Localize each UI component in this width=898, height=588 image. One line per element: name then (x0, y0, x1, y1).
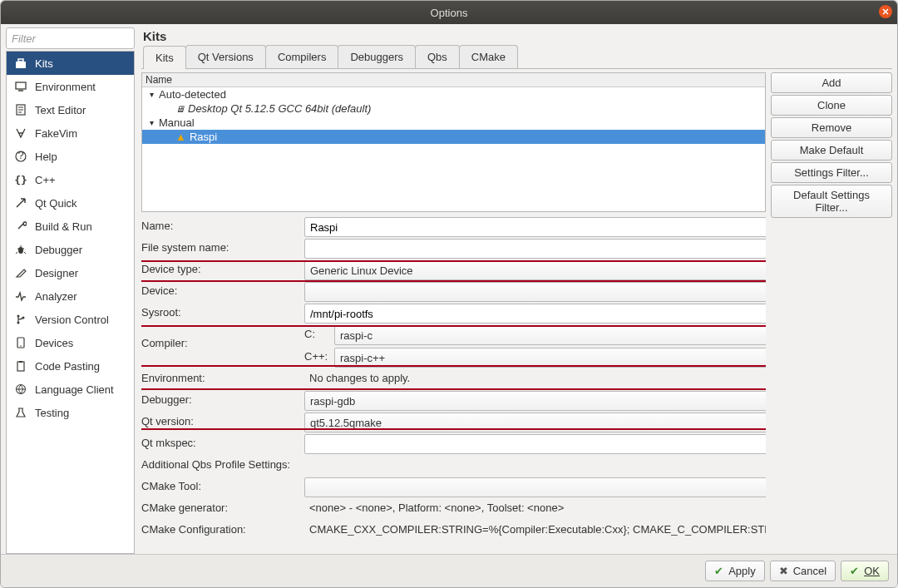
x-icon: ✖ (779, 565, 788, 577)
fakevim-icon (13, 126, 28, 141)
sidebar-item-label: Devices (35, 337, 73, 349)
sidebar-item-fakevim[interactable]: FakeVim (7, 121, 134, 145)
sidebar-item-cpp[interactable]: {}C++ (7, 168, 134, 191)
sidebar-item-designer[interactable]: Designer (7, 261, 134, 284)
tab-kits[interactable]: Kits (143, 46, 186, 69)
sidebar-item-label: Build & Run (35, 220, 92, 233)
clipboard-icon (13, 358, 28, 373)
tree-item-raspi[interactable]: ▲Raspi (142, 130, 765, 144)
svg-rect-13 (19, 361, 22, 363)
warning-icon: ▲ (175, 131, 186, 143)
add-button[interactable]: Add (771, 72, 892, 93)
svg-text:?: ? (17, 151, 23, 161)
flask-icon (13, 405, 28, 420)
sidebar-item-devices[interactable]: Devices (7, 331, 134, 354)
tree-group-manual[interactable]: ▾Manual (142, 116, 765, 130)
settings-filter-button[interactable]: Settings Filter... (771, 162, 892, 183)
sidebar-item-buildrun[interactable]: Build & Run (7, 215, 134, 238)
sidebar-item-debugger[interactable]: Debugger (7, 238, 134, 261)
input-mkspec[interactable] (304, 434, 766, 454)
dialog-footer: ✔Apply ✖Cancel ✔OK (1, 554, 897, 587)
svg-rect-1 (18, 59, 23, 62)
label-compiler: Compiler: (141, 325, 299, 368)
main-panel: Kits Kits Qt Versions Compilers Debugger… (141, 27, 892, 554)
pulse-icon (13, 289, 28, 304)
label-cmakeconf: CMake Configuration: (141, 521, 299, 541)
label-sysroot: Sysroot: (141, 304, 299, 324)
combo-device-type[interactable]: Generic Linux Device▼ (304, 260, 766, 280)
sidebar-item-langclient[interactable]: Language Client (7, 378, 134, 401)
sidebar-item-label: FakeVim (35, 127, 77, 140)
sidebar-item-label: Designer (35, 267, 78, 279)
label-qbs: Additional Qbs Profile Settings: (141, 456, 299, 476)
clone-button[interactable]: Clone (771, 95, 892, 116)
default-settings-filter-button[interactable]: Default Settings Filter... (771, 185, 892, 218)
sidebar-item-qtquick[interactable]: Qt Quick (7, 191, 134, 215)
cancel-button[interactable]: ✖Cancel (770, 561, 836, 581)
label-name: Name: (141, 217, 299, 237)
sidebar-item-help[interactable]: ?Help (7, 145, 134, 168)
tab-compilers[interactable]: Compilers (265, 45, 339, 68)
combo-compiler-cpp[interactable]: raspi-c++▼ (334, 348, 766, 368)
tab-debuggers[interactable]: Debuggers (338, 45, 416, 68)
label-device: Device: (141, 282, 299, 302)
tree-item-desktop[interactable]: 🖥Desktop Qt 5.12.5 GCC 64bit (default) (142, 101, 765, 116)
svg-rect-2 (16, 82, 26, 89)
sidebar-item-label: Kits (35, 57, 53, 70)
input-name[interactable] (304, 217, 766, 237)
sidebar-item-testing[interactable]: Testing (7, 401, 134, 424)
combo-debugger[interactable]: raspi-gdb▼ (304, 391, 766, 411)
window-title: Options (431, 7, 468, 19)
close-icon[interactable] (879, 5, 892, 18)
kit-form: Name: File system name: Device type: Gen… (141, 217, 766, 541)
tree-header: Name (142, 73, 765, 87)
combo-qtversion[interactable]: qt5.12.5qmake▼ (304, 413, 766, 432)
sidebar-item-analyzer[interactable]: Analyzer (7, 284, 134, 308)
apply-button[interactable]: ✔Apply (705, 561, 765, 581)
wrench-icon (13, 219, 28, 234)
sidebar-item-label: Qt Quick (35, 197, 77, 210)
combo-compiler-c[interactable]: raspi-c▼ (334, 325, 766, 345)
input-fsname[interactable] (304, 239, 766, 259)
text-environment: No changes to apply. (304, 369, 766, 389)
branch-icon (13, 312, 28, 327)
label-compiler-c: C: (304, 325, 331, 345)
sidebar-item-environment[interactable]: Environment (7, 75, 134, 98)
make-default-button[interactable]: Make Default (771, 140, 892, 161)
sidebar-item-vcs[interactable]: Version Control (7, 308, 134, 331)
label-device-type: Device type: (141, 260, 299, 280)
monitor-icon (13, 79, 28, 94)
page-title: Kits (143, 29, 892, 43)
chevron-down-icon: ▾ (147, 90, 155, 99)
sidebar-item-texteditor[interactable]: Text Editor (7, 98, 134, 121)
sidebar-item-label: Help (35, 151, 57, 163)
client-area: Kits Environment Text Editor FakeVim ?He… (1, 24, 897, 554)
check-icon: ✔ (850, 565, 859, 577)
combo-device[interactable]: ▼ (304, 282, 766, 302)
ok-button[interactable]: ✔OK (841, 561, 889, 581)
tab-cmake[interactable]: CMake (459, 45, 518, 68)
kits-tree[interactable]: Name ▾Auto-detected 🖥Desktop Qt 5.12.5 G… (141, 72, 766, 212)
input-sysroot[interactable] (304, 304, 766, 324)
svg-rect-0 (16, 62, 26, 68)
svg-rect-12 (17, 362, 24, 371)
sidebar-item-label: Environment (35, 81, 96, 93)
sidebar-item-kits[interactable]: Kits (7, 52, 134, 75)
monitor-icon: 🖥 (175, 104, 185, 114)
remove-button[interactable]: Remove (771, 117, 892, 138)
filter-input[interactable] (6, 27, 135, 49)
tab-qbs[interactable]: Qbs (415, 45, 460, 68)
svg-point-6 (18, 247, 23, 254)
text-cmakeconf: CMAKE_CXX_COMPILER:STRING=%{Compiler:Exe… (304, 521, 766, 541)
label-environment: Environment: (141, 369, 299, 389)
toolbox-icon (13, 56, 28, 71)
tree-group-auto[interactable]: ▾Auto-detected (142, 87, 765, 101)
sidebar-item-label: Version Control (35, 314, 109, 326)
combo-cmaketool[interactable]: ▼ (304, 477, 766, 497)
titlebar: Options (1, 1, 897, 24)
sidebar-item-codepasting[interactable]: Code Pasting (7, 354, 134, 378)
svg-point-11 (20, 345, 22, 347)
tab-qtversions[interactable]: Qt Versions (185, 45, 266, 68)
sidebar-item-label: Testing (35, 407, 69, 419)
bug-icon (13, 242, 28, 257)
